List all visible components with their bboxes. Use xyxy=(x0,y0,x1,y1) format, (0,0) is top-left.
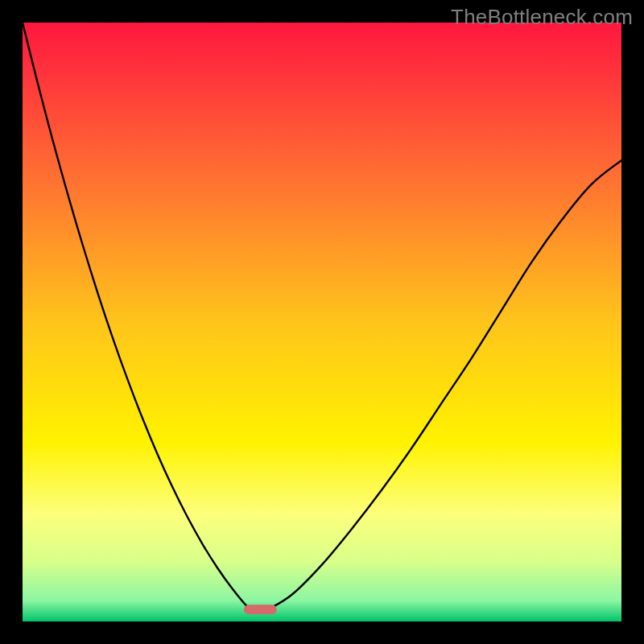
chart-svg xyxy=(23,23,621,621)
watermark-text: TheBottleneck.com xyxy=(451,5,633,30)
gradient-background xyxy=(23,23,621,621)
marker-pill xyxy=(244,605,277,614)
chart-frame: TheBottleneck.com xyxy=(0,0,644,644)
plot-area xyxy=(23,23,621,621)
bottom-marker xyxy=(244,605,277,614)
